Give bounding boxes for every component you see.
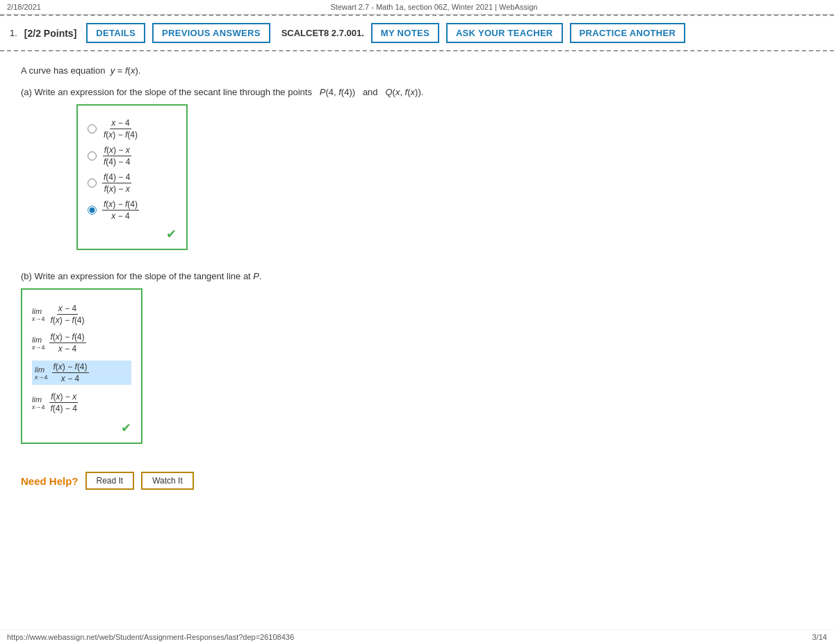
- option-a1-fraction: x − 4 f(x) − f(4): [102, 118, 139, 140]
- option-b3-row: lim x→4 f(x) − f(4) x − 4: [32, 361, 131, 385]
- option-b3-fraction: f(x) − f(4) x − 4: [52, 362, 89, 383]
- option-a1-radio[interactable]: [88, 124, 97, 133]
- previous-answers-button[interactable]: PREVIOUS ANSWERS: [152, 23, 270, 43]
- need-help-label: Need Help?: [21, 475, 79, 487]
- practice-another-button[interactable]: PRACTICE ANOTHER: [570, 23, 686, 43]
- option-a2-row: f(x) − x f(4) − 4: [88, 145, 177, 167]
- part-b-label: (b) Write an expression for the slope of…: [21, 271, 813, 281]
- option-a2-radio[interactable]: [88, 151, 97, 160]
- option-b3-lim: lim x→4: [35, 365, 48, 381]
- my-notes-button[interactable]: MY NOTES: [371, 23, 439, 43]
- option-b1-row: lim x→4 x − 4 f(x) − f(4): [32, 304, 131, 325]
- problem-code: SCALCET8 2.7.001.: [281, 28, 364, 38]
- option-b4-fraction: f(x) − x f(4) − 4: [49, 392, 79, 413]
- points-label: [2/2 Points]: [24, 28, 76, 39]
- watch-it-button[interactable]: Watch It: [141, 472, 194, 490]
- option-a3-row: f(4) − 4 f(x) − x: [88, 172, 177, 194]
- option-b1-fraction: x − 4 f(x) − f(4): [49, 304, 86, 325]
- part-b-checkmark: ✔: [32, 420, 131, 436]
- ask-teacher-button[interactable]: ASK YOUR TEACHER: [446, 23, 563, 43]
- main-content: A curve has equation y = f(x). (a) Write…: [0, 51, 834, 504]
- option-b2-lim: lim x→4: [32, 336, 45, 351]
- option-a1-row: x − 4 f(x) − f(4): [88, 118, 177, 140]
- option-b4-lim: lim x→4: [32, 395, 45, 411]
- option-b2-fraction: f(x) − f(4) x − 4: [49, 332, 86, 354]
- part-a-label: (a) Write an expression for the slope of…: [21, 87, 813, 97]
- option-b4-row: lim x→4 f(x) − x f(4) − 4: [32, 392, 131, 413]
- date-label: 2/18/2021: [7, 3, 41, 11]
- item-number: 1.: [10, 28, 17, 38]
- option-a4-radio[interactable]: [88, 206, 97, 215]
- option-a4-row: f(x) − f(4) x − 4: [88, 199, 177, 221]
- part-a-options-box: x − 4 f(x) − f(4) f(x) − x f(4) − 4 f(4)…: [76, 104, 188, 250]
- need-help-section: Need Help? Read It Watch It: [21, 472, 813, 490]
- option-a3-radio[interactable]: [88, 179, 97, 188]
- option-b2-row: lim x→4 f(x) − f(4) x − 4: [32, 332, 131, 354]
- top-bar: 2/18/2021 Stewart 2.7 - Math 1a, section…: [0, 0, 834, 15]
- problem-intro: A curve has equation y = f(x).: [21, 65, 813, 76]
- option-a4-fraction: f(x) − f(4) x − 4: [102, 199, 139, 221]
- part-b-container: (b) Write an expression for the slope of…: [21, 271, 813, 458]
- option-a2-fraction: f(x) − x f(4) − 4: [102, 145, 131, 167]
- option-b1-lim: lim x→4: [32, 307, 45, 322]
- details-button[interactable]: DETAILS: [86, 23, 145, 43]
- part-a-checkmark: ✔: [88, 226, 177, 242]
- part-b-options-box: lim x→4 x − 4 f(x) − f(4) lim x→4 f(x) −…: [21, 288, 142, 444]
- toolbar: 1. [2/2 Points] DETAILS PREVIOUS ANSWERS…: [0, 15, 834, 51]
- option-a3-fraction: f(4) − 4 f(x) − x: [102, 172, 131, 194]
- page-title: Stewart 2.7 - Math 1a, section 06Z, Wint…: [330, 3, 537, 11]
- read-it-button[interactable]: Read It: [85, 472, 135, 490]
